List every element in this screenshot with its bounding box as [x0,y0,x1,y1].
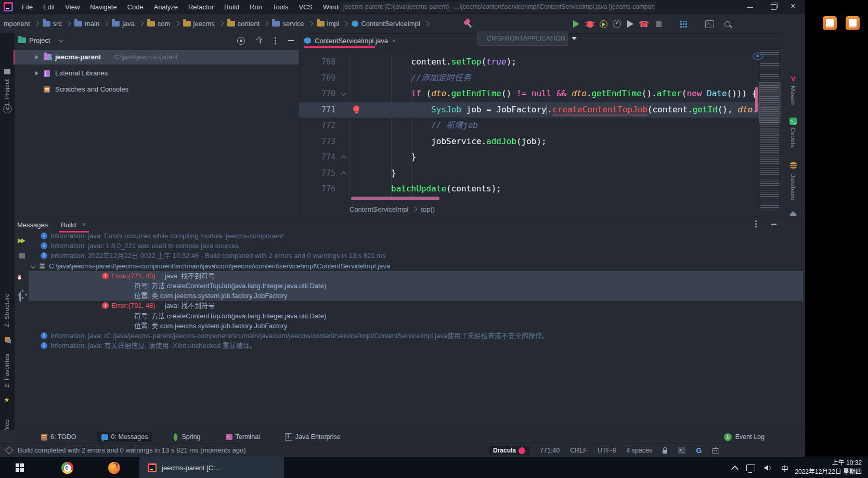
horizontal-scrollbar[interactable] [351,197,439,200]
tab-close-icon[interactable]: × [392,37,396,45]
search-icon[interactable] [721,18,733,30]
attach-debugger-phone-icon[interactable]: ☎ [638,18,650,30]
attach-run-button[interactable] [624,18,637,30]
close-button[interactable]: × [785,0,801,14]
breadcrumb-class[interactable]: ContentServiceImpl [349,205,408,213]
message-row[interactable]: 符号: 方法 createContentTopJob(java.lang.Int… [29,281,803,291]
stripe-structure-button[interactable]: Z: Structure [4,293,10,327]
menu-build[interactable]: Build [219,0,244,14]
message-row[interactable]: 符号: 方法 createContentTopJob(java.lang.Int… [29,311,803,321]
speaker-icon[interactable] [764,464,772,471]
menu-refactor[interactable]: Refactor [183,0,219,14]
google-icon[interactable]: G [696,446,702,455]
stripe-codota-button[interactable]: >_Codota [781,115,805,150]
start-button[interactable] [16,463,24,472]
caret-position-widget[interactable]: 771:40 [540,447,560,454]
message-row[interactable]: iInformation: java: Errors occurred whil… [29,231,803,241]
build-hammer-icon[interactable] [462,18,474,30]
terminal-status-icon[interactable]: >_ [678,447,685,454]
menu-edit[interactable]: Edit [38,0,60,14]
locate-file-icon[interactable] [237,37,245,45]
debug-button[interactable] [584,18,596,30]
collapse-all-icon[interactable] [256,36,263,43]
floating-app-icon[interactable] [846,16,860,30]
toolwindow--todo[interactable]: 6: TODO [36,432,81,442]
profiler-button[interactable] [611,18,623,30]
message-row[interactable]: iInformation: java: /C:/java/jeecms-pare… [29,331,803,341]
taskbar-clock[interactable]: 上午 10:32 2022年12月22日 星期四 [795,459,862,476]
firefox-icon[interactable] [108,462,120,474]
menu-analyze[interactable]: Analyze [149,0,183,14]
menu-code[interactable]: Code [122,0,149,14]
stripe-favorites-button[interactable]: 2: Favorites [4,354,10,387]
project-panel-title[interactable]: Project [29,36,50,44]
message-row[interactable]: 位置: 类 com.jeecms.system.job.factory.JobF… [29,321,803,331]
message-row[interactable]: iInformation: java: 有关详细信息, 请使用 -Xlint:u… [29,341,803,351]
menu-navigate[interactable]: Navigate [85,0,122,14]
panel-options-icon[interactable] [755,223,757,225]
code-line-770[interactable]: 770 if (dto.getEndTime() != null && dto.… [299,86,759,102]
restore-button[interactable] [766,0,781,14]
minimize-button[interactable] [742,0,758,14]
fold-end-icon[interactable] [341,171,346,177]
indent-widget[interactable]: 4 spaces [626,447,652,454]
floating-app-icon[interactable] [823,16,837,30]
crumb-contentserviceimpl[interactable]: ContentServiceImpl [352,20,420,28]
fold-end-icon[interactable] [341,155,346,161]
line-ending-widget[interactable]: CRLF [570,447,587,454]
tree-row-scratches-and-consoles[interactable]: Scratches and Consoles [15,82,299,97]
stop-build-button[interactable] [19,253,25,259]
menu-run[interactable]: Run [244,0,267,14]
breadcrumb-method[interactable]: top() [421,205,435,213]
code-line-776[interactable]: 776 batchUpdate(contents); [299,181,759,197]
code-line-771[interactable]: 771 SysJob job = JobFactory.createConten… [299,102,759,118]
hide-warnings-toggle[interactable]: ▲ [18,272,21,282]
menu-vcs[interactable]: VCS [293,0,318,14]
hide-panel-icon[interactable] [771,224,776,225]
error-stripe-marker[interactable] [755,87,758,112]
crumb-com[interactable]: com [147,20,171,28]
tab-contentserviceimpl[interactable]: ContentServiceImpl.java × [304,33,396,48]
lock-icon[interactable] [663,450,667,454]
message-row[interactable]: 位置: 类 com.jeecms.system.job.factory.JobF… [29,291,803,301]
taskbar-task-intellij[interactable]: jeecms-parent [C:... [139,457,284,478]
crumb-main[interactable]: main [74,20,99,28]
run-with-coverage-button[interactable] [597,18,610,30]
code-line-774[interactable]: 774 } [299,149,759,165]
run-button[interactable] [570,18,582,30]
ime-indicator[interactable]: 中 [781,463,788,473]
browser-icon[interactable] [61,462,73,474]
stripe-maven-button[interactable]: VMaven [781,74,805,107]
network-icon[interactable] [746,464,755,471]
fold-open-icon[interactable] [341,90,346,96]
grid-tool-icon[interactable] [677,18,690,30]
crumb-jeecms[interactable]: jeecms [183,20,215,28]
hidden-icons-chevron[interactable] [731,465,739,472]
message-row[interactable]: !Error:(771, 40)java: 找不到符号 [29,271,803,281]
message-row[interactable]: iInformation: javac 1.8.0_221 was used t… [29,241,803,251]
toolwindow-spring[interactable]: Spring [168,432,205,442]
maven-circle-icon[interactable]: M [3,105,12,113]
code-line-768[interactable]: 768 content.setTop(true); [299,54,759,70]
panel-options-icon[interactable] [275,40,276,42]
toolwindow-java-enterprise[interactable]: Java Enterprise [280,432,345,442]
stripe-project-button[interactable]: 1: Project [4,79,10,107]
build-settings-gear-icon[interactable] [19,292,21,302]
menu-file[interactable]: File [17,0,38,14]
menu-view[interactable]: View [60,0,85,14]
toolwindow-terminal[interactable]: >_Terminal [221,432,265,442]
crumb-mponent[interactable]: mponent [1,20,30,28]
toolwindow--messages[interactable]: 0: Messages [97,432,153,442]
rerun-build-button[interactable] [18,236,25,246]
stripe-database-button[interactable]: Database [781,161,805,202]
code-line-773[interactable]: 773 jobService.addJob(job); [299,134,759,150]
code-line-775[interactable]: 775 } [299,165,759,182]
tree-row-external-libraries[interactable]: External Libraries [15,66,299,81]
stop-button[interactable] [652,18,665,30]
tree-row-jeecms-parent[interactable]: jeecms-parentC:\java\jeecms-parent [15,50,299,64]
build-tab-close-icon[interactable]: × [82,221,86,228]
translation-robot-icon[interactable] [712,448,719,454]
tab-build[interactable]: Build [61,221,76,229]
event-log-button[interactable]: 1 Event Log [724,430,765,444]
message-row[interactable]: !Error:(791, 48)java: 找不到符号 [29,301,803,311]
